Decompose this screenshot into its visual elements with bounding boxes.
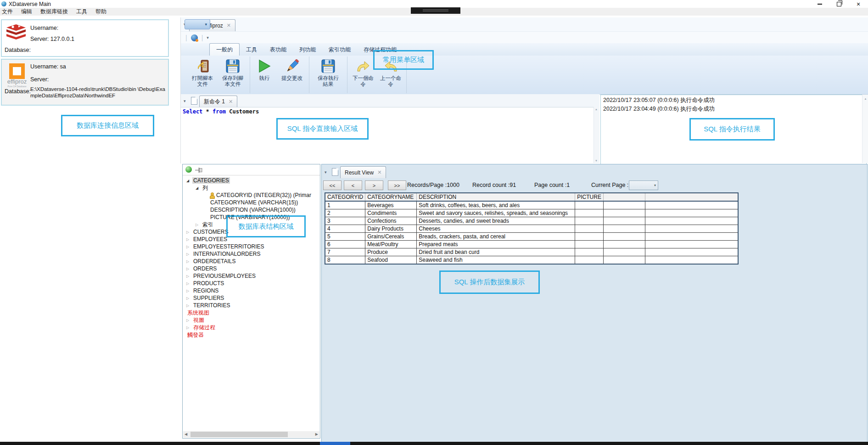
- sql-token: from: [213, 108, 226, 115]
- tree-item-orders[interactable]: ▷ORDERS: [183, 265, 320, 272]
- ribbon-tab-一般的[interactable]: 一般的: [209, 43, 240, 56]
- column-header[interactable]: PICTURE: [575, 193, 604, 201]
- sql-editor[interactable]: Select * from Customers: [180, 107, 594, 163]
- log-scrollbar[interactable]: ▲: [862, 95, 868, 163]
- tree-item-categoryid-integer-32-primar[interactable]: CATEGORYID (INTEGER(32)) (Primar: [183, 192, 320, 199]
- expander-open-icon[interactable]: ◢: [186, 179, 192, 183]
- table-row[interactable]: 7ProduceDried fruit and bean curd: [325, 248, 738, 256]
- tree-item-觸發器[interactable]: 觸發器: [183, 331, 320, 338]
- tree-item-description-varchar-1000[interactable]: DESCRIPTION (VARCHAR(1000)): [183, 206, 320, 214]
- expander-closed-icon[interactable]: ▷: [186, 237, 192, 242]
- tab-result-view[interactable]: Result View ✕: [340, 166, 386, 178]
- expander-closed-icon[interactable]: ▷: [186, 296, 192, 300]
- tree-item-categoryname-varchar-15[interactable]: CATEGORYNAME (VARCHAR(15)): [183, 199, 320, 206]
- scroll-down-icon[interactable]: ▼: [595, 159, 598, 162]
- tree-horizontal-scrollbar[interactable]: ◀ ▶: [183, 431, 319, 438]
- effiproz-connection-card[interactable]: effiproz Pure C# Database Username: sa S…: [1, 59, 169, 106]
- expander-closed-icon[interactable]: ▷: [186, 282, 192, 286]
- ribbon-tab-表功能[interactable]: 表功能: [263, 44, 293, 56]
- current-page-dropdown[interactable]: ▾: [629, 180, 658, 190]
- tab-close-icon[interactable]: ✕: [227, 23, 231, 28]
- table-row[interactable]: 3ConfectionsDesserts, candies, and sweet…: [325, 217, 738, 225]
- toolbar-overflow-icon[interactable]: ▾: [207, 35, 209, 40]
- expander-closed-icon[interactable]: ▷: [186, 267, 192, 271]
- column-header[interactable]: CATEGORYNAME: [365, 193, 417, 201]
- tree-item-regions[interactable]: ▷REGIONS: [183, 287, 320, 294]
- expander-closed-icon[interactable]: ▷: [186, 245, 192, 249]
- tree-item-系统视图[interactable]: 系统视图: [183, 309, 320, 316]
- sql-editor-scrollbar[interactable]: ▲ ▼: [594, 107, 599, 163]
- tree-item-previousemployees[interactable]: ▷PREVIOUSEMPLOYEES: [183, 272, 320, 280]
- tab-list-dropdown-icon[interactable]: ▾: [184, 99, 186, 103]
- table-row[interactable]: 2CondimentsSweet and savory sauces, reli…: [325, 209, 738, 217]
- menu-item-编辑[interactable]: 编辑: [21, 8, 32, 16]
- tree-item-orderdetails[interactable]: ▷ORDERDETAILS: [183, 258, 320, 265]
- overlay-drag-handle[interactable]: [411, 7, 460, 14]
- minimize-button[interactable]: [810, 0, 829, 8]
- tree-item-employeesterritories[interactable]: ▷EMPLOYEESTERRITORIES: [183, 243, 320, 250]
- tab-close-icon[interactable]: ✕: [229, 99, 233, 105]
- pin-icon[interactable]: [195, 168, 203, 173]
- table-row[interactable]: 6Meat/PoultryPrepared meats: [325, 241, 738, 248]
- tree-item-suppliers[interactable]: ▷SUPPLIERS: [183, 294, 320, 302]
- tree-item-存储过程[interactable]: ▷存储过程: [183, 324, 320, 331]
- scrollbar-thumb[interactable]: [190, 432, 288, 437]
- commit-changes-button[interactable]: 提交更改: [277, 56, 307, 94]
- table-row[interactable]: 1BeveragesSoft drinks, coffees, teas, be…: [325, 201, 738, 209]
- expander-closed-icon[interactable]: ▷: [186, 289, 192, 293]
- ribbon-tab-工具[interactable]: 工具: [240, 44, 263, 56]
- ribbon-tab-列功能[interactable]: 列功能: [293, 44, 322, 56]
- expander-closed-icon[interactable]: ▷: [186, 274, 192, 278]
- menu-item-数据库链接[interactable]: 数据库链接: [40, 8, 68, 16]
- column-header[interactable]: [645, 193, 738, 201]
- tree-item-internationalorders[interactable]: ▷INTERNATIONALORDERS: [183, 250, 320, 258]
- expander-closed-icon[interactable]: ▷: [186, 259, 192, 264]
- table-row[interactable]: 5Grains/CerealsBreads, crackers, pasta, …: [325, 233, 738, 241]
- expander-closed-icon[interactable]: ▷: [186, 304, 192, 308]
- expander-closed-icon[interactable]: ▷: [186, 230, 192, 234]
- close-button[interactable]: ×: [849, 0, 868, 8]
- last-page-button[interactable]: >>: [388, 180, 406, 190]
- redis-connection-card[interactable]: Username: Server: 127.0.0.1 Database:: [1, 19, 169, 57]
- open-script-button[interactable]: 打開腳本文件: [187, 56, 218, 94]
- execute-button[interactable]: 執行: [252, 56, 277, 94]
- scroll-up-icon[interactable]: ▲: [595, 108, 598, 111]
- ribbon-tab-索引功能[interactable]: 索引功能: [322, 44, 357, 56]
- save-results-button[interactable]: 保存執行結果: [311, 56, 345, 94]
- tab-close-icon[interactable]: ✕: [377, 169, 381, 175]
- result-table-header-row: CATEGORYIDCATEGORYNAMEDESCRIPTIONPICTURE: [325, 193, 738, 201]
- restore-button[interactable]: [829, 0, 849, 8]
- tab-new-command[interactable]: 新命令 1 ✕: [199, 96, 237, 107]
- menu-item-工具[interactable]: 工具: [76, 8, 87, 16]
- tree-item-categories[interactable]: ◢CATEGORIES: [183, 177, 320, 184]
- expander-closed-icon[interactable]: ▷: [186, 318, 192, 322]
- tree-item-territories[interactable]: ▷TERRITORIES: [183, 302, 320, 309]
- menu-item-文件[interactable]: 文件: [2, 8, 13, 16]
- table-row[interactable]: 8SeafoodSeaweed and fish: [325, 256, 738, 265]
- save-script-button[interactable]: 保存到腳本文件: [218, 56, 248, 94]
- toolbar-globe-icon[interactable]: [191, 34, 198, 41]
- tree-item-列[interactable]: ◢列: [183, 184, 320, 192]
- expander-closed-icon[interactable]: ▷: [186, 326, 192, 330]
- first-page-button[interactable]: <<: [323, 180, 342, 190]
- column-header[interactable]: [603, 193, 645, 201]
- scroll-up-icon[interactable]: ▲: [864, 97, 867, 100]
- scroll-right-icon[interactable]: ▶: [315, 432, 318, 436]
- column-header[interactable]: CATEGORYID: [325, 193, 365, 201]
- expander-open-icon[interactable]: ◢: [196, 186, 202, 190]
- tree-item-視圖[interactable]: ▷視圖: [183, 316, 320, 324]
- expander-closed-icon[interactable]: ▷: [196, 223, 202, 227]
- table-row[interactable]: 4Dairy ProductsCheeses: [325, 225, 738, 233]
- expander-closed-icon[interactable]: ▷: [186, 252, 192, 256]
- menu-item-帮助[interactable]: 帮助: [95, 8, 106, 16]
- previous-page-button[interactable]: <: [344, 180, 362, 190]
- db-tree[interactable]: ◢CATEGORIES◢列CATEGORYID (INTEGER(32)) (P…: [183, 175, 320, 431]
- tree-item-products[interactable]: ▷PRODUCTS: [183, 280, 320, 287]
- next-command-button[interactable]: 下一個命令: [349, 56, 377, 94]
- next-page-button[interactable]: >: [365, 180, 383, 190]
- tab-list-dropdown-icon[interactable]: ▾: [325, 170, 327, 175]
- column-header[interactable]: DESCRIPTION: [417, 193, 575, 201]
- ribbon-file-button[interactable]: ▾: [185, 19, 210, 29]
- table-cell: [645, 201, 738, 209]
- scroll-left-icon[interactable]: ◀: [185, 432, 187, 436]
